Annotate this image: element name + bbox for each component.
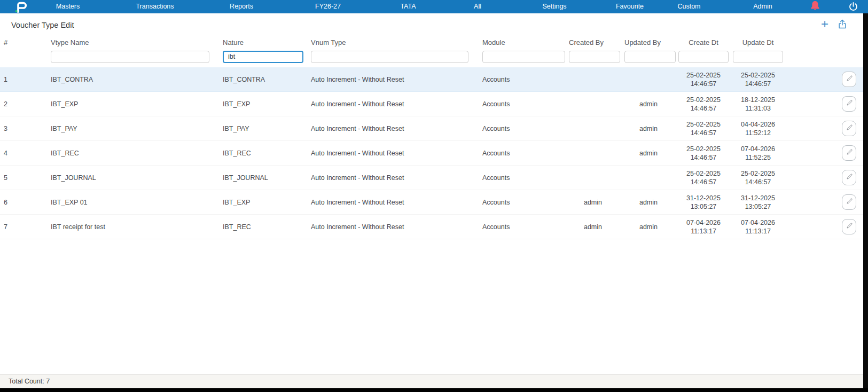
cell-updated-by: admin [621, 100, 676, 108]
nav-item-favourite[interactable]: Favourite [616, 0, 644, 13]
cell-vnum-type: Auto Increment - Without Reset [307, 125, 479, 132]
cell-updated-by: admin [621, 125, 676, 132]
cell-nature: IBT_JOURNAL [219, 174, 307, 182]
cell-module: Accounts [479, 125, 565, 132]
cell-module: Accounts [479, 223, 565, 231]
filter-module-input[interactable] [482, 51, 565, 63]
cell-module: Accounts [479, 100, 565, 108]
table-row[interactable]: 2 IBT_EXP IBT_EXP Auto Increment - Witho… [0, 92, 863, 116]
cell-vnum-type: Auto Increment - Without Reset [307, 223, 479, 231]
cell-update-dt: 04-04-2026 11:52:12 [731, 120, 785, 137]
notifications-bell-icon[interactable] [809, 0, 821, 13]
cell-nature: IBT_CONTRA [219, 76, 307, 83]
edit-row-button[interactable] [842, 145, 856, 161]
cell-update-dt: 18-12-2025 11:31:03 [731, 96, 785, 113]
column-header-module[interactable]: Module [479, 38, 565, 46]
cell-row-number: 5 [0, 174, 47, 182]
filter-vnum-type-input[interactable] [311, 51, 468, 63]
edit-row-button[interactable] [842, 170, 856, 185]
edit-row-button[interactable] [842, 121, 856, 136]
column-header-update-dt[interactable]: Update Dt [731, 38, 785, 46]
screen-bottom-edge [0, 388, 868, 392]
cell-vtype-name: IBT_EXP [47, 100, 219, 108]
nav-item-settings[interactable]: Settings [542, 0, 566, 13]
cell-create-dt: 25-02-2025 14:46:57 [676, 71, 731, 88]
table-row[interactable]: 4 IBT_REC IBT_REC Auto Increment - Witho… [0, 141, 863, 166]
filter-nature-input[interactable] [223, 51, 303, 63]
table-body: 1 IBT_CONTRA IBT_CONTRA Auto Increment -… [0, 67, 863, 239]
cell-create-dt: 25-02-2025 14:46:57 [676, 96, 731, 113]
pencil-icon [845, 99, 854, 109]
cell-create-dt: 25-02-2025 14:46:57 [676, 145, 731, 162]
edit-row-button[interactable] [842, 219, 856, 234]
cell-row-number: 3 [0, 125, 47, 132]
cell-vnum-type: Auto Increment - Without Reset [307, 199, 479, 206]
cell-updated-by: admin [621, 223, 676, 231]
power-logout-icon[interactable] [848, 2, 858, 12]
cell-updated-by: admin [621, 150, 676, 157]
filter-created-by-input[interactable] [569, 51, 620, 63]
pencil-icon [845, 197, 854, 207]
export-share-icon[interactable] [837, 19, 848, 29]
column-header-vtype-name[interactable]: Vtype Name [47, 38, 219, 46]
table-row[interactable]: 6 IBT_EXP 01 IBT_EXP Auto Increment - Wi… [0, 190, 863, 215]
cell-update-dt: 07-04-2026 11:52:25 [731, 145, 785, 162]
table-row[interactable]: 1 IBT_CONTRA IBT_CONTRA Auto Increment -… [0, 67, 863, 92]
nav-item-tata[interactable]: TATA [400, 0, 416, 13]
pencil-icon [845, 74, 854, 84]
nav-item-masters[interactable]: Masters [56, 0, 80, 13]
cell-nature: IBT_EXP [219, 100, 307, 108]
status-bar: Total Count: 7 [0, 374, 863, 388]
cell-module: Accounts [479, 174, 565, 182]
cell-vnum-type: Auto Increment - Without Reset [307, 100, 479, 108]
edit-row-button[interactable] [842, 96, 856, 112]
cell-vnum-type: Auto Increment - Without Reset [307, 174, 479, 182]
cell-module: Accounts [479, 199, 565, 206]
cell-row-number: 6 [0, 199, 47, 206]
column-header-vnum-type[interactable]: Vnum Type [307, 38, 479, 46]
nav-item-admin[interactable]: Admin [753, 0, 772, 13]
edit-row-button[interactable] [842, 194, 856, 210]
column-header-nature[interactable]: Nature [219, 38, 307, 46]
cell-vtype-name: IBT_REC [47, 150, 219, 157]
nav-item-custom[interactable]: Custom [677, 0, 700, 13]
cell-row-number: 1 [0, 76, 47, 83]
cell-nature: IBT_REC [219, 223, 307, 231]
nav-item-all[interactable]: All [474, 0, 481, 13]
table-filter-row [0, 49, 863, 65]
filter-vtype-name-input[interactable] [51, 51, 209, 63]
cell-nature: IBT_EXP [219, 199, 307, 206]
pencil-icon [845, 148, 854, 158]
add-voucher-type-button[interactable]: + [818, 16, 832, 32]
edit-row-button[interactable] [842, 72, 856, 87]
cell-vtype-name: IBT receipt for test [47, 223, 219, 231]
cell-updated-by: admin [621, 199, 676, 206]
nav-item-reports[interactable]: Reports [230, 0, 253, 13]
table-header-row: # Vtype Name Nature Vnum Type Module Cre… [0, 35, 863, 49]
filter-update-dt-input[interactable] [733, 51, 783, 63]
cell-vtype-name: IBT_JOURNAL [47, 174, 219, 182]
cell-nature: IBT_PAY [219, 125, 307, 132]
cell-row-number: 4 [0, 150, 47, 157]
cell-module: Accounts [479, 150, 565, 157]
table-row[interactable]: 3 IBT_PAY IBT_PAY Auto Increment - Witho… [0, 116, 863, 141]
table-row[interactable]: 5 IBT_JOURNAL IBT_JOURNAL Auto Increment… [0, 166, 863, 190]
screen-right-edge [863, 13, 868, 392]
nav-item-fy26-27[interactable]: FY26-27 [315, 0, 341, 13]
cell-nature: IBT_REC [219, 150, 307, 157]
nav-item-transactions[interactable]: Transactions [136, 0, 174, 13]
column-header-create-dt[interactable]: Create Dt [676, 38, 731, 46]
column-header-created-by[interactable]: Created By [565, 38, 621, 46]
filter-create-dt-input[interactable] [678, 51, 729, 63]
cell-module: Accounts [479, 76, 565, 83]
cell-vtype-name: IBT_PAY [47, 125, 219, 132]
column-header-updated-by[interactable]: Updated By [621, 38, 676, 46]
nav-menu: MastersTransactionsReportsFY26-27TATAAll… [0, 0, 868, 13]
cell-created-by: admin [565, 199, 621, 206]
table-row[interactable]: 7 IBT receipt for test IBT_REC Auto Incr… [0, 215, 863, 239]
cell-update-dt: 25-02-2025 14:46:57 [731, 169, 785, 186]
cell-update-dt: 25-02-2025 14:46:57 [731, 71, 785, 88]
top-navbar: MastersTransactionsReportsFY26-27TATAAll… [0, 0, 868, 13]
column-header-num[interactable]: # [0, 38, 47, 46]
filter-updated-by-input[interactable] [624, 51, 676, 63]
